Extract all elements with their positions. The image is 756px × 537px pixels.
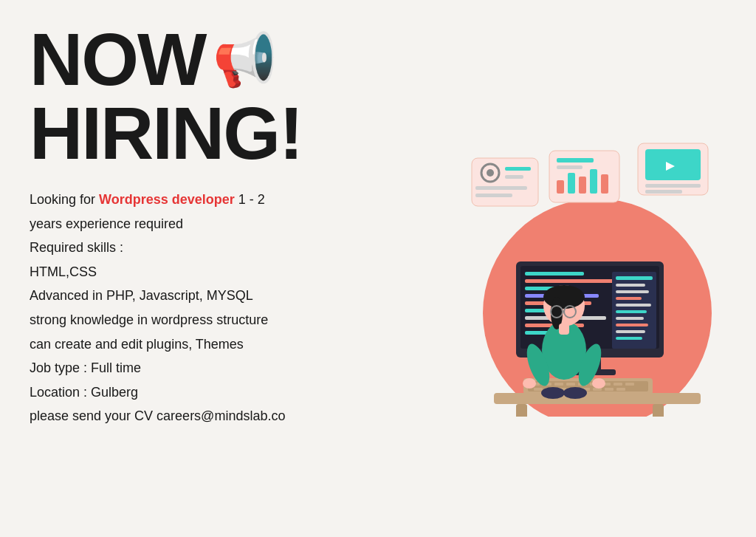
- svg-rect-54: [614, 383, 622, 386]
- svg-point-69: [543, 285, 585, 309]
- hiring-text: HIRING!: [30, 96, 431, 170]
- svg-rect-20: [645, 190, 682, 194]
- svg-rect-14: [557, 158, 594, 163]
- desc-line1-highlight: Wordpress developer: [99, 192, 235, 207]
- left-content: NOW 📢 HIRING! Looking for Wordpress deve…: [30, 22, 446, 515]
- svg-rect-5: [505, 175, 523, 179]
- headline-now-row: NOW 📢: [30, 22, 431, 96]
- svg-rect-42: [616, 337, 642, 340]
- svg-rect-35: [616, 290, 649, 293]
- svg-rect-19: [645, 184, 701, 188]
- svg-rect-38: [616, 310, 647, 313]
- svg-rect-34: [616, 284, 645, 287]
- svg-rect-33: [616, 276, 653, 280]
- svg-rect-40: [616, 324, 648, 326]
- desc-line1-prefix: Looking for: [30, 192, 99, 207]
- svg-rect-11: [579, 177, 586, 194]
- desc-line2: years experience required: [30, 213, 431, 236]
- svg-rect-9: [557, 180, 564, 194]
- svg-rect-17: [645, 149, 701, 180]
- svg-point-76: [541, 387, 565, 399]
- svg-rect-24: [525, 279, 614, 283]
- desc-line10: please send your CV careers@mindslab.co: [30, 405, 431, 428]
- svg-rect-1: [472, 158, 538, 206]
- svg-rect-37: [616, 304, 651, 307]
- desc-line8: Job type : Full time: [30, 357, 431, 380]
- svg-rect-6: [475, 186, 527, 190]
- svg-rect-7: [475, 194, 512, 197]
- svg-rect-10: [568, 173, 575, 194]
- svg-rect-63: [616, 388, 625, 391]
- svg-rect-56: [534, 388, 543, 391]
- desc-line5: Advanced in PHP, Javascript, MYSQL: [30, 284, 431, 307]
- desc-line4: HTML,CSS: [30, 261, 431, 284]
- svg-rect-65: [516, 404, 527, 417]
- now-text: NOW: [30, 22, 205, 96]
- svg-rect-41: [616, 330, 645, 333]
- desc-line3: Required skills :: [30, 236, 431, 259]
- desc-line1: Looking for Wordpress developer 1 - 2: [30, 188, 431, 211]
- svg-point-74: [523, 378, 536, 389]
- svg-rect-23: [525, 272, 584, 276]
- svg-rect-36: [616, 297, 642, 300]
- svg-point-3: [487, 169, 494, 177]
- svg-point-75: [592, 378, 605, 389]
- right-illustration: [446, 22, 726, 515]
- job-description: Looking for Wordpress developer 1 - 2 ye…: [30, 188, 431, 429]
- svg-rect-55: [625, 383, 634, 386]
- desc-line7: can create and edit plugins, Themes: [30, 333, 431, 356]
- svg-rect-15: [557, 165, 583, 169]
- illustration-svg: [450, 121, 723, 417]
- svg-rect-12: [590, 169, 597, 194]
- desc-line1-suffix: 1 - 2: [235, 192, 265, 207]
- desc-line9: Location : Gulberg: [30, 381, 431, 404]
- desc-line6: strong knowledge in wordpress structure: [30, 309, 431, 332]
- svg-rect-71: [559, 324, 569, 335]
- svg-rect-49: [554, 383, 563, 386]
- svg-rect-64: [494, 393, 701, 404]
- svg-rect-13: [601, 174, 608, 194]
- svg-point-77: [563, 387, 587, 399]
- svg-rect-62: [605, 388, 614, 391]
- svg-rect-66: [653, 404, 664, 417]
- svg-rect-50: [566, 383, 575, 386]
- svg-rect-39: [616, 317, 644, 320]
- megaphone-icon: 📢: [213, 30, 277, 90]
- svg-rect-4: [505, 167, 531, 171]
- page-container: NOW 📢 HIRING! Looking for Wordpress deve…: [0, 0, 756, 537]
